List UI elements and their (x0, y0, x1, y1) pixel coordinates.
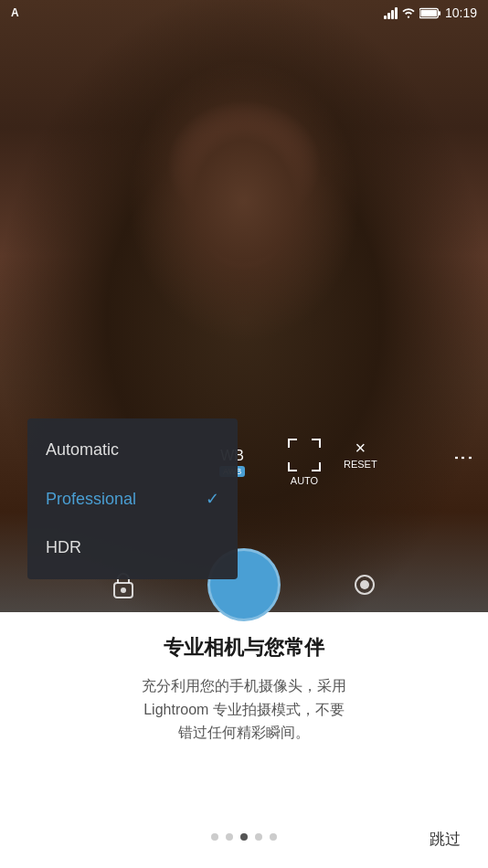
battery-svg (419, 7, 441, 19)
svg-rect-2 (420, 9, 437, 16)
automatic-label: Automatic (46, 440, 119, 460)
dropdown-item-professional[interactable]: Professional ✓ (27, 474, 238, 524)
settings-icon (351, 571, 378, 598)
camera-overlay: WB AWB AUTO × RESET ⋮ (0, 0, 488, 640)
status-time: 10:19 (445, 5, 477, 20)
dropdown-item-hdr[interactable]: HDR (27, 524, 238, 572)
hdr-label: HDR (46, 538, 81, 557)
checkmark-icon: ✓ (206, 489, 219, 509)
svg-point-4 (121, 587, 126, 593)
dropdown-item-automatic[interactable]: Automatic (27, 426, 238, 474)
status-bar: A 10:19 (0, 0, 488, 26)
reset-button[interactable]: × RESET (344, 439, 377, 470)
battery-icon (419, 7, 441, 19)
status-right: 10:19 (384, 5, 477, 20)
focus-frame (288, 439, 321, 471)
settings-button[interactable] (345, 565, 385, 605)
svg-rect-1 (439, 11, 440, 16)
app-icon: A (11, 6, 19, 19)
dot-3 (240, 833, 248, 841)
dot-2 (226, 833, 233, 841)
dot-1 (211, 833, 218, 841)
status-left: A (11, 6, 19, 19)
dot-5 (270, 833, 277, 841)
skip-button[interactable]: 跳过 (430, 829, 461, 850)
mode-dropdown: Automatic Professional ✓ HDR (27, 418, 238, 579)
reset-label: RESET (344, 459, 377, 470)
signal-icon (384, 6, 398, 19)
dot-4 (255, 833, 262, 841)
more-options-button[interactable]: ⋮ (453, 448, 473, 468)
panel-description: 充分利用您的手机摄像头，采用Lightroom 专业拍摄模式，不要错过任何精彩瞬… (142, 674, 346, 745)
svg-point-6 (360, 580, 369, 589)
professional-label: Professional (46, 490, 136, 509)
bottom-panel: 专业相机与您常伴 充分利用您的手机摄像头，采用Lightroom 专业拍摄模式，… (0, 612, 488, 868)
wifi-icon (401, 6, 416, 19)
dot-indicators (211, 833, 277, 841)
auto-label: AUTO (283, 475, 325, 486)
